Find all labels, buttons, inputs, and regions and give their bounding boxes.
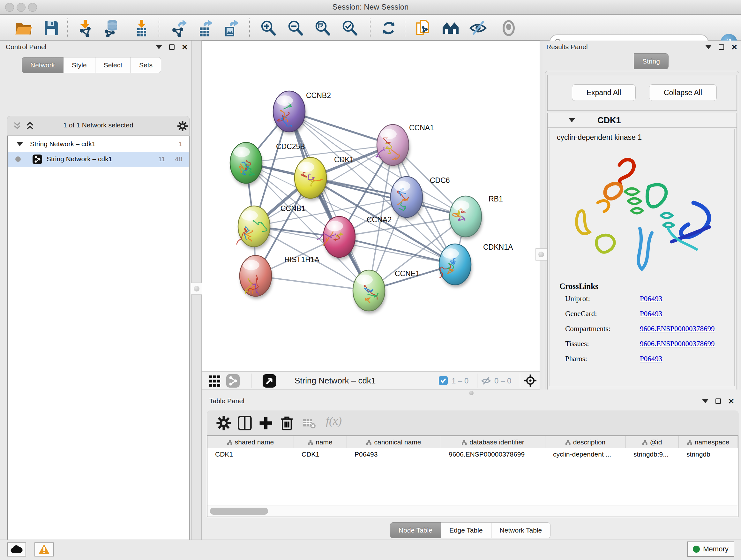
node-CCNE1[interactable]: CCNE1 (353, 269, 420, 314)
tab-select[interactable]: Select (95, 57, 131, 73)
show-columns-button[interactable] (237, 415, 253, 432)
node-CCNA1[interactable]: CCNA1 (376, 124, 434, 168)
close-panel-icon[interactable]: ✕ (731, 44, 738, 50)
collapse-all-button[interactable]: Collapse All (649, 84, 717, 101)
left-splitter-handle[interactable] (191, 283, 202, 295)
left-splitter[interactable] (192, 41, 202, 540)
birdseye-view-icon[interactable] (263, 374, 276, 388)
memory-button[interactable]: Memory (687, 542, 734, 557)
grid-view-icon[interactable] (208, 375, 221, 387)
column-header-canonical-name[interactable]: canonical name (347, 436, 441, 448)
table-cell[interactable]: CDK1 (207, 448, 294, 460)
hide-selected-button[interactable] (469, 19, 487, 37)
create-column-button[interactable] (258, 415, 274, 432)
clone-network-button[interactable] (414, 19, 432, 37)
table-cell[interactable]: stringdb (679, 448, 738, 460)
table-settings-button[interactable] (215, 415, 232, 432)
warnings-button[interactable] (35, 543, 54, 557)
collapse-section-icon[interactable] (569, 118, 575, 122)
column-header-database-identifier[interactable]: database identifier (441, 436, 545, 448)
panel-menu-icon[interactable] (156, 45, 162, 49)
float-panel-icon[interactable] (716, 398, 721, 404)
column-header-shared-name[interactable]: shared name (207, 436, 294, 448)
table-cell[interactable]: 9606.ENSP00000378699 (441, 448, 545, 460)
function-builder-button[interactable]: f(x) (326, 414, 342, 428)
node-CDK1[interactable]: CDK1 (294, 155, 354, 201)
delete-column-button[interactable] (279, 415, 295, 432)
zoom-fit-button[interactable] (314, 19, 332, 37)
collection-expand-icon[interactable] (17, 142, 23, 146)
node-HIST1H1A[interactable]: HIST1H1A (240, 255, 320, 299)
tab-edge-table[interactable]: Edge Table (441, 522, 491, 538)
crosslink-link[interactable]: P06493 (640, 310, 662, 318)
crosslink-link[interactable]: 9606.ENSP00000378699 (640, 340, 715, 348)
scrollbar-thumb[interactable] (210, 508, 268, 515)
horizontal-splitter[interactable] (202, 389, 741, 396)
column-header-at-id[interactable]: @id (626, 436, 679, 448)
trash-icon (280, 415, 294, 431)
close-panel-icon[interactable]: ✕ (182, 44, 188, 50)
node-table[interactable]: shared namenamecanonical namedatabase id… (207, 435, 738, 517)
table-cell[interactable]: cyclin-dependent ... (545, 448, 626, 460)
float-panel-icon[interactable] (719, 44, 724, 50)
node-CDKN1A[interactable]: CDKN1A (439, 243, 513, 287)
node-RB1[interactable]: RB1 (450, 195, 503, 240)
collection-count: 1 (179, 140, 183, 148)
column-header-description[interactable]: description (545, 436, 626, 448)
column-header-namespace[interactable]: namespace (679, 436, 738, 448)
crosslink-link[interactable]: P06493 (640, 355, 662, 363)
export-network-button[interactable] (170, 19, 188, 37)
zoom-in-button[interactable] (260, 19, 278, 37)
table-cell[interactable]: CDK1 (294, 448, 347, 460)
tab-string[interactable]: String (634, 53, 669, 69)
crosslink-link[interactable]: 9606.ENSP00000378699 (640, 325, 715, 333)
first-neighbors-button[interactable] (442, 19, 460, 37)
panel-menu-icon[interactable] (705, 45, 712, 49)
network-row[interactable]: String Network – cdk1 11 48 (8, 152, 189, 167)
network-graph[interactable]: CCNB2CCNA1CDC25BCDK1CDC6RB1CCNB1CCNA2CDK… (202, 41, 540, 371)
float-panel-icon[interactable] (169, 44, 175, 50)
zoom-out-button[interactable] (287, 19, 305, 37)
import-network-file-button[interactable] (77, 19, 94, 37)
protein-card-header[interactable]: CDK1 (548, 113, 737, 128)
import-network-icon (77, 19, 94, 37)
network-canvas[interactable]: CCNB2CCNA1CDC25BCDK1CDC6RB1CCNB1CCNA2CDK… (202, 41, 540, 371)
network-collection-row[interactable]: String Network – cdk1 1 (8, 137, 189, 152)
table-hscrollbar[interactable] (207, 505, 738, 516)
column-type-icon (565, 440, 570, 445)
cloud-status-button[interactable] (7, 543, 26, 557)
open-file-button[interactable] (15, 19, 32, 37)
expand-all-button[interactable]: Expand All (572, 84, 636, 101)
tab-network-table[interactable]: Network Table (491, 522, 551, 538)
node-CCNB2[interactable]: CCNB2 (273, 91, 331, 134)
delete-table-button[interactable] (301, 415, 318, 432)
tab-style[interactable]: Style (64, 57, 95, 73)
crosshair-icon[interactable] (524, 374, 537, 387)
tab-sets[interactable]: Sets (131, 57, 161, 73)
show-all-button[interactable] (500, 19, 518, 37)
zoom-selected-button[interactable] (341, 19, 359, 37)
node-CDC6[interactable]: CDC6 (391, 176, 450, 220)
export-table-button[interactable] (196, 19, 214, 37)
node-CCNA2[interactable]: CCNA2 (317, 215, 392, 260)
crosslink-link[interactable]: P06493 (640, 295, 662, 303)
edge-HIST1H1A-CCNE1[interactable] (256, 276, 369, 291)
selected-checkbox-icon[interactable] (439, 376, 448, 385)
node-CDC25B[interactable]: CDC25B (230, 142, 305, 186)
column-header-name[interactable]: name (294, 436, 347, 448)
tab-network[interactable]: Network (22, 57, 64, 73)
import-table-file-button[interactable] (133, 19, 151, 37)
network-share-icon[interactable] (226, 374, 240, 388)
table-cell[interactable]: stringdb:9... (626, 448, 679, 460)
save-session-button[interactable] (42, 19, 60, 37)
table-cell[interactable]: P06493 (347, 448, 441, 460)
status-bar: Memory (0, 540, 741, 560)
panel-menu-icon[interactable] (702, 399, 709, 403)
close-panel-icon[interactable]: ✕ (728, 398, 734, 404)
right-splitter-handle[interactable] (536, 248, 547, 260)
export-image-button[interactable] (221, 19, 239, 37)
refresh-layout-button[interactable] (380, 19, 398, 37)
tab-node-table[interactable]: Node Table (390, 522, 441, 538)
import-network-database-button[interactable] (103, 19, 121, 37)
gear-icon[interactable] (177, 121, 188, 132)
